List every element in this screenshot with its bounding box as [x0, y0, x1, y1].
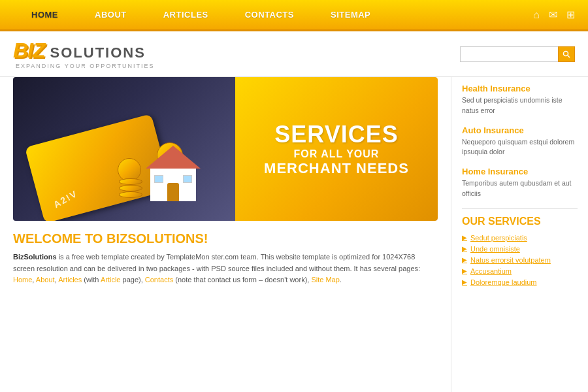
- nav-contacts[interactable]: CONTACTS: [227, 10, 312, 20]
- main-content: A2!V: [0, 77, 588, 392]
- service-label-5: Doloremque laudium: [470, 278, 537, 286]
- house-roof: [146, 146, 201, 169]
- nav-about[interactable]: ABOUT: [76, 10, 145, 20]
- nav-icons: ⌂ ✉ ⊞: [533, 8, 575, 21]
- link-contacts[interactable]: Contacts: [145, 276, 173, 284]
- navbar: HOME ABOUT ARTICLES CONTACTS SITEMAP ⌂ ✉…: [0, 0, 588, 31]
- arrow-icon-4: ▶: [462, 267, 467, 274]
- sidebar-divider: [462, 208, 578, 209]
- link-sitemap[interactable]: Site Map: [311, 276, 339, 284]
- hero-image: A2!V: [13, 77, 235, 221]
- hero-subtitle2: MERCHANT NEEDS: [264, 160, 409, 177]
- link-article[interactable]: Article: [101, 276, 121, 284]
- search-button[interactable]: [558, 46, 575, 62]
- sidebar: Health Insurance Sed ut perspiciatis und…: [451, 77, 588, 392]
- hero-banner: A2!V: [13, 77, 438, 221]
- insurance-auto-text: Nequeporo quisquam estqui dolorem ipsuqu…: [462, 137, 578, 158]
- logo-biz: BIZ: [13, 39, 45, 63]
- search-input[interactable]: [460, 46, 558, 62]
- house-door: [167, 183, 179, 201]
- house-window-right: [183, 175, 192, 183]
- svg-point-0: [564, 51, 568, 56]
- card-text: A2!V: [52, 188, 80, 210]
- search-icon: [563, 50, 570, 58]
- nav-articles[interactable]: ARTICLES: [145, 10, 227, 20]
- svg-line-1: [568, 56, 570, 57]
- link-home[interactable]: Home: [13, 276, 32, 284]
- service-label-2: Unde omnisiste: [470, 245, 520, 253]
- link-articles[interactable]: Articles: [58, 276, 82, 284]
- coin-4: [119, 191, 142, 198]
- hero-subtitle1: FOR ALL YOUR: [294, 148, 380, 160]
- coin-2: [119, 178, 142, 185]
- insurance-health-title: Health Insurance: [462, 84, 578, 93]
- house-window-left: [154, 175, 163, 183]
- nav-sitemap[interactable]: SITEMAP: [312, 10, 389, 20]
- coin-3: [119, 185, 142, 191]
- service-label-1: Sedut perspiciatis: [470, 234, 527, 242]
- arrow-icon-1: ▶: [462, 234, 467, 241]
- content-area: A2!V: [0, 77, 451, 392]
- search-box: [460, 46, 575, 62]
- arrow-icon-3: ▶: [462, 256, 467, 263]
- insurance-home-text: Temporibus autem qubusdam et aut officii…: [462, 178, 578, 199]
- insurance-auto: Auto Insurance Nequeporo quisquam estqui…: [462, 125, 578, 158]
- insurance-auto-title: Auto Insurance: [462, 125, 578, 135]
- logo-tagline: EXPANDING YOUR OPPORTUNITIES: [16, 63, 155, 69]
- arrow-icon-2: ▶: [462, 245, 467, 252]
- logo-solutions: SOLUTIONS: [50, 44, 146, 61]
- link-about[interactable]: About: [36, 276, 55, 284]
- insurance-home: Home Insurance Temporibus autem qubusdam…: [462, 167, 578, 199]
- hero-text-overlay: SERVICES FOR ALL YOUR MERCHANT NEEDS: [235, 77, 438, 221]
- service-link-4[interactable]: ▶ Accusantium: [462, 267, 578, 275]
- welcome-highlight: WELCOME: [13, 231, 81, 246]
- insurance-health-text: Sed ut perspiciatis undomnis iste natus …: [462, 95, 578, 116]
- welcome-title: WELCOME TO BIZSOLUTIONS!: [13, 231, 438, 246]
- house: [150, 169, 196, 201]
- welcome-section: WELCOME TO BIZSOLUTIONS! BizSolutions is…: [13, 231, 438, 286]
- grid-icon[interactable]: ⊞: [566, 8, 575, 21]
- site-header: BIZ SOLUTIONS EXPANDING YOUR OPPORTUNITI…: [0, 31, 588, 77]
- service-link-3[interactable]: ▶ Natus errorsit volutpatem: [462, 256, 578, 264]
- welcome-body: BizSolutions is a free web template crea…: [13, 252, 438, 286]
- logo[interactable]: BIZ SOLUTIONS EXPANDING YOUR OPPORTUNITI…: [13, 39, 155, 69]
- service-link-2[interactable]: ▶ Unde omnisiste: [462, 245, 578, 253]
- nav-home[interactable]: HOME: [13, 10, 76, 20]
- our-highlight: OUR: [462, 216, 485, 227]
- our-services-title: OUR SERVICES: [462, 216, 578, 227]
- welcome-rest: TO BIZSOLUTIONS!: [81, 231, 208, 246]
- arrow-icon-5: ▶: [462, 278, 467, 286]
- insurance-home-title: Home Insurance: [462, 167, 578, 176]
- insurance-health: Health Insurance Sed ut perspiciatis und…: [462, 84, 578, 116]
- service-link-5[interactable]: ▶ Doloremque laudium: [462, 278, 578, 286]
- service-label-4: Accusantium: [470, 267, 512, 275]
- house-body: [150, 169, 196, 201]
- mail-icon[interactable]: ✉: [549, 8, 557, 21]
- service-label-3: Natus errorsit volutpatem: [470, 256, 551, 264]
- hero-title: SERVICES: [274, 121, 398, 148]
- home-icon[interactable]: ⌂: [533, 9, 540, 21]
- services-rest: SERVICES: [485, 216, 541, 227]
- service-link-1[interactable]: ▶ Sedut perspiciatis: [462, 234, 578, 242]
